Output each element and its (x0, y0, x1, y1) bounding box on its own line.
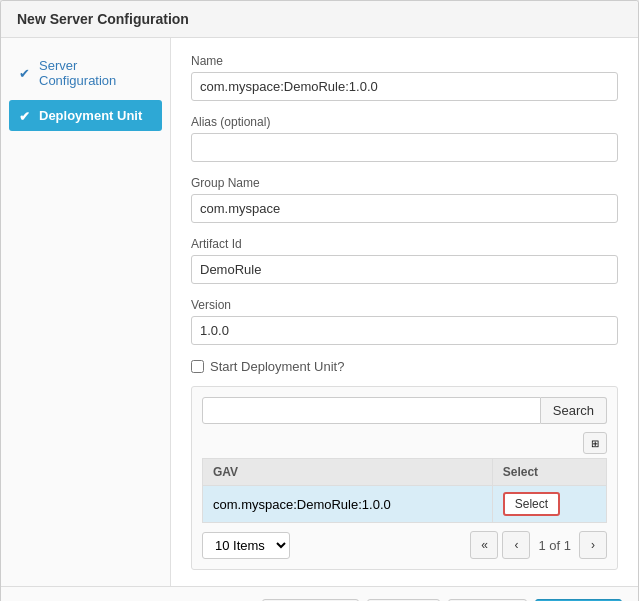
start-deployment-checkbox[interactable] (191, 360, 204, 373)
sidebar-item-server-configuration[interactable]: ✔ Server Configuration (9, 50, 162, 96)
start-deployment-group: Start Deployment Unit? (191, 359, 618, 374)
search-panel: Search ⊞ GAV Select (191, 386, 618, 570)
search-input[interactable] (202, 397, 541, 424)
dialog-footer: ‹ Previous Next › Cancel ✔ Finish (1, 586, 638, 601)
name-input[interactable] (191, 72, 618, 101)
group-name-input[interactable] (191, 194, 618, 223)
first-page-icon: « (481, 538, 488, 552)
gav-value: com.myspace:DemoRule:1.0.0 (213, 497, 391, 512)
dialog-title-text: New Server Configuration (17, 11, 189, 27)
new-server-config-dialog: New Server Configuration ✔ Server Config… (0, 0, 639, 601)
prev-page-icon: ‹ (514, 538, 518, 552)
select-row-button[interactable]: Select (503, 492, 560, 516)
table-row: com.myspace:DemoRule:1.0.0 Select (203, 486, 607, 523)
items-per-page-select[interactable]: 10 Items 25 Items 50 Items (202, 532, 290, 559)
pagination-row: 10 Items 25 Items 50 Items « ‹ 1 of 1 (202, 531, 607, 559)
version-group: Version (191, 298, 618, 345)
main-content: Name Alias (optional) Group Name Artifac… (171, 38, 638, 586)
cell-select: Select (492, 486, 606, 523)
group-name-group: Group Name (191, 176, 618, 223)
first-page-button[interactable]: « (470, 531, 498, 559)
artifact-id-label: Artifact Id (191, 237, 618, 251)
sidebar-item-deployment-unit[interactable]: ✔ Deployment Unit (9, 100, 162, 131)
name-label: Name (191, 54, 618, 68)
next-page-icon: › (591, 538, 595, 552)
sidebar-label-deployment: Deployment Unit (39, 108, 142, 123)
items-per-page: 10 Items 25 Items 50 Items (202, 532, 290, 559)
artifact-id-input[interactable] (191, 255, 618, 284)
check-icon-deployment: ✔ (19, 109, 33, 123)
sidebar: ✔ Server Configuration ✔ Deployment Unit (1, 38, 171, 586)
alias-group: Alias (optional) (191, 115, 618, 162)
dialog-body: ✔ Server Configuration ✔ Deployment Unit… (1, 38, 638, 586)
version-label: Version (191, 298, 618, 312)
alias-label: Alias (optional) (191, 115, 618, 129)
page-info: 1 of 1 (534, 538, 575, 553)
table-header-row: GAV Select (203, 459, 607, 486)
alias-input[interactable] (191, 133, 618, 162)
page-nav: « ‹ 1 of 1 › (470, 531, 607, 559)
search-button[interactable]: Search (541, 397, 607, 424)
cell-gav: com.myspace:DemoRule:1.0.0 (203, 486, 493, 523)
search-row: Search (202, 397, 607, 424)
start-deployment-label: Start Deployment Unit? (210, 359, 344, 374)
column-toggle-button[interactable]: ⊞ (583, 432, 607, 454)
col-toggle-row: ⊞ (202, 432, 607, 454)
group-name-label: Group Name (191, 176, 618, 190)
results-table: GAV Select com.myspace:DemoRule:1.0.0 Se… (202, 458, 607, 523)
artifact-id-group: Artifact Id (191, 237, 618, 284)
name-group: Name (191, 54, 618, 101)
dialog-title: New Server Configuration (1, 1, 638, 38)
next-page-button[interactable]: › (579, 531, 607, 559)
col-header-gav: GAV (203, 459, 493, 486)
prev-page-button[interactable]: ‹ (502, 531, 530, 559)
col-header-select: Select (492, 459, 606, 486)
sidebar-label-server: Server Configuration (39, 58, 152, 88)
check-icon-server: ✔ (19, 66, 33, 80)
version-input[interactable] (191, 316, 618, 345)
columns-icon: ⊞ (591, 438, 599, 449)
